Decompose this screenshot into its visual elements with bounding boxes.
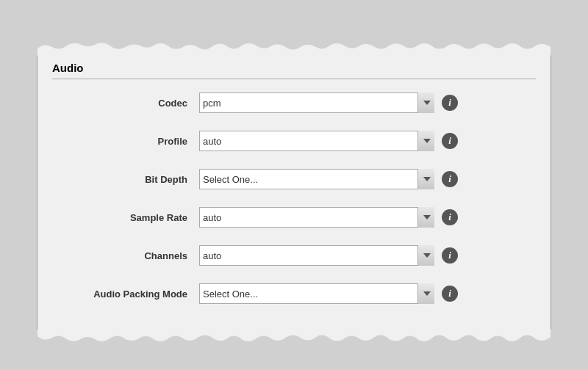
select-bit-depth[interactable]: Select One... bbox=[199, 169, 434, 189]
label-profile: Profile bbox=[52, 136, 199, 147]
form-row-profile: Profileautoi bbox=[52, 125, 536, 157]
info-icon-sample-rate[interactable]: i bbox=[442, 209, 458, 225]
select-wrapper-audio-packing-mode: Select One... bbox=[199, 283, 434, 304]
label-sample-rate: Sample Rate bbox=[52, 212, 199, 223]
torn-bottom-edge bbox=[37, 329, 551, 344]
form-row-audio-packing-mode: Audio Packing ModeSelect One...i bbox=[52, 278, 536, 310]
control-wrap-channels: autoi bbox=[199, 245, 536, 266]
form-row-sample-rate: Sample Rateautoi bbox=[52, 201, 536, 233]
form-row-channels: Channelsautoi bbox=[52, 239, 536, 272]
form-row-codec: Codecpcmi bbox=[52, 87, 536, 119]
select-wrapper-codec: pcm bbox=[199, 92, 434, 113]
info-icon-codec[interactable]: i bbox=[442, 95, 458, 111]
info-icon-profile[interactable]: i bbox=[442, 133, 458, 149]
label-audio-packing-mode: Audio Packing Mode bbox=[52, 289, 199, 300]
control-wrap-codec: pcmi bbox=[199, 92, 536, 113]
info-icon-audio-packing-mode[interactable]: i bbox=[442, 286, 458, 302]
select-wrapper-bit-depth: Select One... bbox=[199, 169, 434, 189]
form-rows-container: CodecpcmiProfileautoiBit DepthSelect One… bbox=[52, 87, 536, 310]
select-wrapper-channels: auto bbox=[199, 245, 434, 266]
select-wrapper-profile: auto bbox=[199, 131, 434, 151]
audio-panel: Audio CodecpcmiProfileautoiBit DepthSele… bbox=[37, 54, 551, 331]
form-row-bit-depth: Bit DepthSelect One...i bbox=[52, 163, 536, 195]
select-wrapper-sample-rate: auto bbox=[199, 207, 434, 228]
label-codec: Codec bbox=[52, 98, 199, 109]
label-channels: Channels bbox=[52, 250, 199, 261]
info-icon-bit-depth[interactable]: i bbox=[442, 171, 458, 187]
select-audio-packing-mode[interactable]: Select One... bbox=[199, 283, 434, 304]
select-channels[interactable]: auto bbox=[199, 245, 434, 266]
select-codec[interactable]: pcm bbox=[199, 92, 434, 113]
select-sample-rate[interactable]: auto bbox=[199, 207, 434, 228]
control-wrap-audio-packing-mode: Select One...i bbox=[199, 283, 536, 304]
control-wrap-bit-depth: Select One...i bbox=[199, 169, 536, 189]
label-bit-depth: Bit Depth bbox=[52, 174, 199, 185]
torn-top-edge bbox=[37, 41, 551, 56]
control-wrap-sample-rate: autoi bbox=[199, 207, 536, 228]
select-profile[interactable]: auto bbox=[199, 131, 434, 151]
info-icon-channels[interactable]: i bbox=[442, 247, 458, 264]
control-wrap-profile: autoi bbox=[199, 131, 536, 151]
panel-title: Audio bbox=[52, 62, 536, 79]
